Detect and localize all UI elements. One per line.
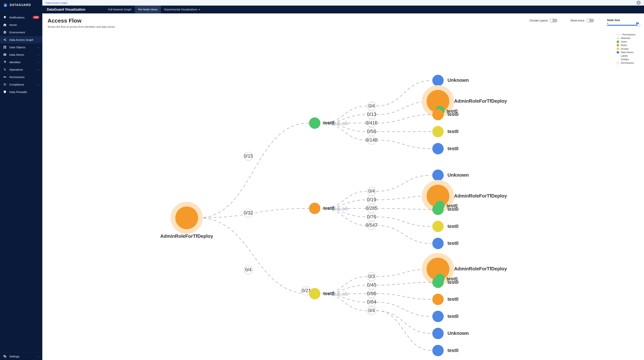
svg-text:test0: test0	[448, 112, 458, 117]
svg-point-45	[309, 117, 320, 129]
svg-point-11	[4, 76, 5, 77]
svg-point-103	[432, 328, 444, 339]
svg-point-109	[309, 288, 320, 299]
svg-text:0/96: 0/96	[367, 291, 376, 296]
svg-text:test0: test0	[448, 314, 458, 319]
svg-text:AdminRoleForTfDeploy: AdminRoleForTfDeploy	[454, 98, 507, 104]
sidebar-item-compliance[interactable]: Compliance⌄	[0, 81, 42, 88]
color-swatch	[616, 47, 619, 50]
sidebar-item-notifications[interactable]: Notifications118	[0, 13, 42, 21]
svg-rect-6	[4, 47, 4, 48]
visualization-area: PermissionsSelectedUsersRolesGroupsData …	[48, 28, 639, 360]
svg-text:test0: test0	[448, 146, 458, 151]
sidebar-item-operations[interactable]: Operations⌄	[0, 66, 42, 73]
sidebar-item-data-objects[interactable]: Data Objects⌄	[0, 43, 42, 51]
svg-rect-130	[347, 293, 348, 296]
svg-rect-115	[339, 293, 340, 296]
show-icons-control: Show Icons	[570, 19, 594, 22]
legend-item-permissions: Permissions	[616, 33, 636, 36]
color-swatch	[616, 37, 619, 39]
tab-experimental-visualizations[interactable]: Experimental Visualizations ▼	[161, 5, 204, 13]
svg-rect-128	[344, 294, 345, 296]
sidebar-item-data-access-graph[interactable]: Data Access Graph	[0, 36, 42, 43]
svg-rect-8	[4, 54, 6, 54]
sidebar: DATAGUARD Notifications118HomeEnvironmen…	[0, 0, 42, 360]
tab-label: Experimental Visualizations	[164, 8, 197, 11]
svg-point-99	[432, 294, 444, 305]
tab-label: Per-Node Views	[138, 8, 158, 11]
svg-text:AdminRoleForTfDeploy: AdminRoleForTfDeploy	[454, 193, 507, 198]
svg-rect-114	[338, 292, 339, 296]
svg-point-101	[432, 311, 444, 322]
tab-full-network-graph[interactable]: Full Network Graph	[105, 5, 135, 13]
nav-label: Data Firewalls	[9, 90, 39, 93]
tab-per-node-views[interactable]: Per-Node Views	[135, 5, 161, 13]
key-icon	[3, 75, 7, 79]
ring-swatch	[616, 62, 619, 64]
globe-icon	[3, 30, 7, 34]
circular-layout-toggle[interactable]	[550, 19, 557, 22]
svg-text:test0: test0	[448, 241, 458, 246]
svg-rect-118	[344, 123, 345, 125]
sidebar-item-permissions[interactable]: Permissions	[0, 73, 42, 81]
sidebar-item-data-stores[interactable]: Data Stores⌄	[0, 51, 42, 58]
node-size-slider[interactable]	[607, 25, 639, 26]
sidebar-item-home[interactable]: Home	[0, 21, 42, 28]
svg-rect-122	[343, 207, 344, 210]
svg-rect-79	[336, 208, 338, 210]
svg-rect-113	[336, 294, 338, 296]
svg-rect-123	[344, 208, 345, 210]
sidebar-item-identities[interactable]: Identities⌄	[0, 58, 42, 66]
legend-label: Users	[621, 40, 627, 43]
nav-label: Data Objects	[9, 46, 35, 49]
chevron-down-icon: ⌄	[38, 61, 39, 63]
bell-icon	[3, 15, 7, 19]
svg-rect-116	[341, 124, 342, 125]
svg-point-32	[432, 75, 444, 86]
chevron-down-icon: ▼	[198, 8, 200, 11]
svg-rect-47	[334, 124, 335, 125]
access-flow-graph[interactable]: 0/150/320/4AdminRoleForTfDeploy0/40/130/…	[48, 28, 639, 360]
nav-label: Compliance	[9, 83, 35, 86]
svg-text:AdminRoleForTfDeploy: AdminRoleForTfDeploy	[454, 266, 507, 271]
legend-item-tooltips: Tooltips	[616, 57, 636, 61]
svg-text:test0: test0	[323, 120, 334, 125]
svg-text:0/4: 0/4	[245, 267, 252, 272]
circular-layout-control: Circular Layout	[530, 19, 558, 22]
fingerprint-icon	[3, 60, 7, 64]
page-subtitle: Shows the flow of access from identities…	[48, 25, 116, 28]
legend-label: Data Stores	[621, 51, 634, 54]
svg-text:0/84: 0/84	[367, 299, 376, 305]
svg-point-105	[432, 345, 444, 356]
legend-item-data-stores: Data Stores	[616, 50, 636, 54]
user-avatar[interactable]	[636, 1, 641, 5]
sidebar-item-settings[interactable]: Settings ⌄	[0, 353, 42, 360]
svg-text:0/4: 0/4	[368, 188, 375, 194]
sidebar-item-data-firewalls[interactable]: Data Firewalls	[0, 88, 42, 96]
svg-rect-112	[335, 293, 336, 296]
svg-rect-49	[336, 123, 338, 125]
tabbar-title: DataGuard Visualization	[42, 5, 90, 13]
settings-label: Settings	[9, 355, 35, 358]
svg-rect-9	[4, 54, 6, 55]
sidebar-item-environment[interactable]: Environment	[0, 28, 42, 36]
show-icons-toggle[interactable]	[586, 19, 594, 22]
svg-point-62	[432, 170, 444, 181]
legend-item-permissions: Permissions	[616, 61, 636, 65]
svg-rect-129	[346, 292, 346, 296]
svg-rect-10	[4, 55, 6, 55]
svg-text:0/416: 0/416	[366, 120, 378, 125]
home-icon	[3, 23, 7, 27]
nav-label: Notifications	[9, 16, 30, 19]
nav-label: Operations	[9, 68, 35, 71]
compliance-icon	[3, 82, 7, 86]
circular-layout-label: Circular Layout	[530, 19, 548, 22]
svg-text:0/547: 0/547	[366, 223, 378, 228]
svg-rect-48	[335, 122, 336, 125]
breadcrumb: Data Access Graph	[46, 1, 67, 4]
svg-text:test0: test0	[448, 280, 458, 285]
brand-text: DATAGUARD	[10, 3, 31, 7]
show-icons-label: Show Icons	[570, 19, 584, 22]
chevron-down-icon: ⌄	[38, 53, 39, 56]
breadcrumb-link[interactable]: Data Access Graph	[46, 1, 67, 4]
